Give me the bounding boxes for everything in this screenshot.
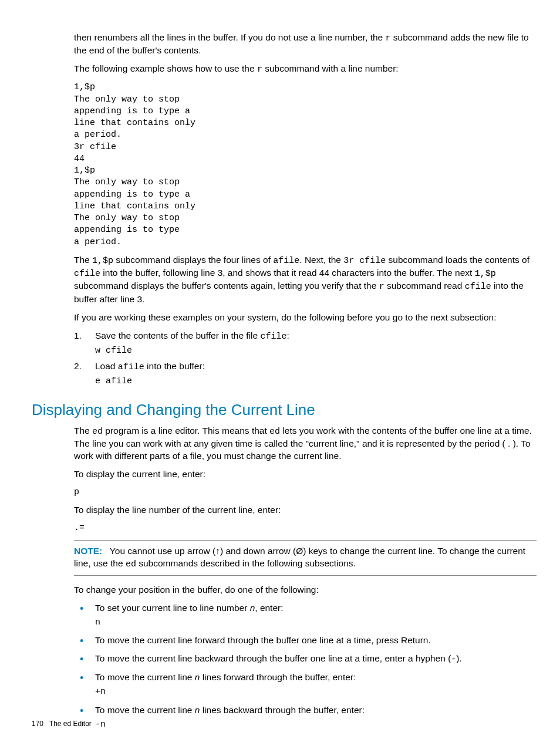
code-block: p — [74, 487, 537, 498]
section-heading: Displaying and Changing the Current Line — [32, 400, 537, 420]
text: ). — [456, 653, 461, 663]
text: To move the current line — [95, 705, 195, 715]
text: Load — [95, 361, 118, 371]
code-block: w cfile — [95, 345, 537, 357]
paragraph: If you are working these examples on you… — [74, 312, 537, 324]
text: The — [74, 255, 92, 265]
paragraph: The ed program is a line editor. This me… — [74, 425, 537, 463]
text: into the buffer, following line 3, and s… — [100, 268, 475, 278]
inline-code: cfile — [465, 282, 491, 292]
text: subcommands described in the following s… — [136, 558, 356, 568]
text: into the buffer: — [144, 361, 205, 371]
text: . Next, the — [299, 255, 343, 265]
italic-text: n — [250, 603, 255, 613]
inline-code: ed — [126, 559, 136, 569]
list-item: To move the current line backward throug… — [74, 653, 537, 666]
code-block: +n — [95, 686, 537, 698]
text: program is a line editor. This means tha… — [103, 426, 269, 436]
list-item: To move the current line forward through… — [74, 634, 537, 647]
text: then renumbers all the lines in the buff… — [74, 32, 386, 42]
text: To set your current line to line number — [95, 603, 250, 613]
inline-code: ed — [92, 427, 103, 437]
code-block: n — [95, 617, 537, 629]
text: To move the current line — [95, 672, 195, 682]
inline-code: cfile — [260, 332, 286, 342]
note-label: NOTE: — [74, 546, 102, 556]
inline-code: ed — [269, 427, 280, 437]
list-item: To move the current line n lines backwar… — [74, 704, 537, 731]
paragraph: The 1,$p subcommand displays the four li… — [74, 254, 537, 306]
text: To move the current line backward throug… — [95, 653, 451, 663]
page-number: 170 — [32, 720, 43, 728]
text: The — [74, 426, 92, 436]
code-block: e afile — [95, 376, 537, 387]
text: To move the current line forward through… — [95, 635, 431, 645]
text: lines forward through the buffer, enter: — [200, 672, 356, 682]
text: subcommand loads the contents of — [386, 255, 529, 265]
text: subcommand read — [384, 281, 465, 291]
inline-code: 3r cfile — [343, 256, 386, 266]
ordered-list: 1. Save the contents of the buffer in th… — [74, 330, 537, 388]
code-block: -n — [95, 719, 537, 731]
inline-code: r — [257, 65, 262, 75]
inline-code: r — [386, 33, 391, 43]
paragraph: then renumbers all the lines in the buff… — [74, 32, 537, 57]
note-box: NOTE: You cannot use up arrow (↑) and do… — [74, 540, 537, 576]
item-number: 2. — [74, 360, 82, 373]
text: Save the contents of the buffer in the f… — [95, 330, 260, 340]
text: : — [287, 330, 289, 340]
list-item: To move the current line n lines forward… — [74, 671, 537, 698]
bullet-list: To set your current line to line number … — [74, 602, 537, 731]
paragraph: To display the line number of the curren… — [74, 504, 537, 517]
page: then renumbers all the lines in the buff… — [0, 0, 560, 746]
inline-code: r — [379, 282, 384, 292]
inline-code: 1,$p — [92, 256, 113, 266]
item-number: 1. — [74, 330, 82, 342]
text: , enter: — [255, 603, 283, 613]
footer-title: The ed Editor — [49, 720, 92, 728]
code-block: 1,$p The only way to stop appending is t… — [74, 82, 537, 248]
list-item: 2. Load afile into the buffer: e afile — [74, 360, 537, 388]
paragraph: To display the current line, enter: — [74, 468, 537, 481]
text: subcommand displays the four lines of — [113, 255, 273, 265]
inline-code: - — [451, 654, 456, 664]
page-footer: 170 The ed Editor — [32, 719, 92, 728]
content-area: then renumbers all the lines in the buff… — [74, 32, 537, 731]
inline-code: cfile — [74, 269, 100, 279]
list-item: 1. Save the contents of the buffer in th… — [74, 330, 537, 357]
paragraph: To change your position in the buffer, d… — [74, 584, 537, 596]
inline-code: afile — [118, 362, 144, 372]
text: subcommand with a line number: — [262, 63, 399, 73]
text: lines backward through the buffer, enter… — [200, 705, 365, 715]
text: subcommand displays the buffer's content… — [74, 281, 379, 291]
paragraph: The following example shows how to use t… — [74, 63, 537, 76]
text: The following example shows how to use t… — [74, 63, 257, 73]
list-item: To set your current line to line number … — [74, 602, 537, 629]
inline-code: afile — [273, 256, 299, 266]
inline-code: 1,$p — [475, 269, 496, 279]
code-block: .= — [74, 522, 537, 534]
